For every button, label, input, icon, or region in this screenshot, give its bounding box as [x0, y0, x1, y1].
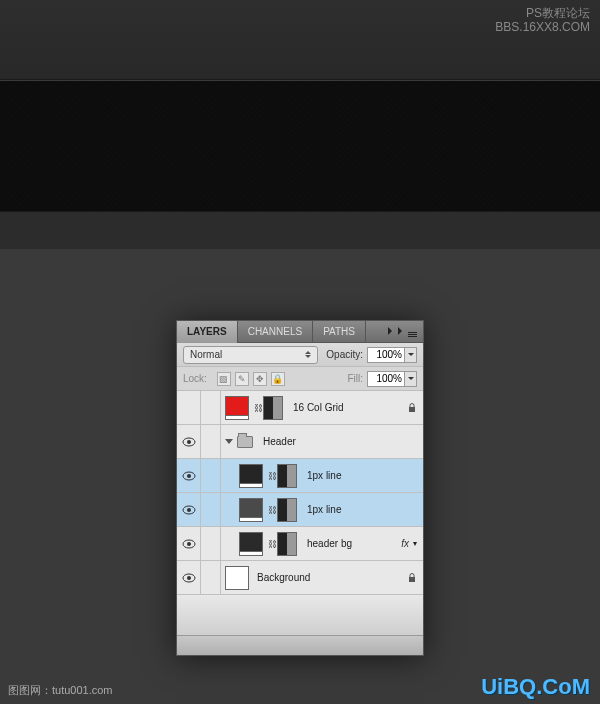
svg-rect-2 — [409, 407, 415, 412]
visibility-toggle[interactable] — [177, 459, 201, 493]
tab-channels[interactable]: CHANNELS — [238, 321, 313, 343]
layer-thumb — [239, 532, 263, 556]
link-icon[interactable]: ⛓ — [253, 403, 263, 413]
lock-position-icon[interactable]: ✥ — [253, 372, 267, 386]
watermark-bottom-right: UiBQ.CoM — [481, 674, 590, 700]
link-column — [201, 391, 221, 425]
layer-thumb — [225, 396, 249, 420]
link-icon[interactable]: ⛓ — [267, 539, 277, 549]
svg-point-12 — [187, 576, 191, 580]
panel-footer — [177, 635, 423, 655]
visibility-toggle[interactable] — [177, 527, 201, 561]
layer-mask-thumb — [277, 464, 297, 488]
layer-mask-thumb — [277, 532, 297, 556]
link-column — [201, 425, 221, 459]
link-column — [201, 493, 221, 527]
layer-name[interactable]: Background — [253, 572, 407, 583]
link-column — [201, 561, 221, 595]
lock-transparency-icon[interactable]: ▧ — [217, 372, 231, 386]
watermark-bottom-left: 图图网：tutu001.com — [8, 683, 113, 698]
layer-mask-thumb — [277, 498, 297, 522]
layer-name[interactable]: 1px line — [303, 470, 423, 481]
layer-row[interactable]: ⛓header bgfx▾ — [177, 527, 423, 561]
svg-point-6 — [187, 474, 191, 478]
tab-paths[interactable]: PATHS — [313, 321, 366, 343]
svg-rect-13 — [409, 577, 415, 582]
link-icon[interactable]: ⛓ — [267, 471, 277, 481]
lock-pixels-icon[interactable]: ✎ — [235, 372, 249, 386]
visibility-toggle[interactable] — [177, 391, 201, 425]
layer-row[interactable]: Header — [177, 425, 423, 459]
lock-fill-row: Lock: ▧ ✎ ✥ 🔒 Fill: — [177, 367, 423, 391]
visibility-toggle[interactable] — [177, 493, 201, 527]
blend-mode-value: Normal — [190, 349, 222, 360]
layers-panel: LAYERS CHANNELS PATHS Normal Opacity: Lo… — [176, 320, 424, 656]
layer-name[interactable]: 1px line — [303, 504, 423, 515]
fill-label: Fill: — [347, 373, 363, 384]
opacity-dropdown-icon[interactable] — [405, 347, 417, 363]
svg-point-4 — [187, 440, 191, 444]
link-column — [201, 527, 221, 561]
panel-tabbar: LAYERS CHANNELS PATHS — [177, 321, 423, 343]
header-noise-band — [0, 81, 600, 211]
fill-dropdown-icon[interactable] — [405, 371, 417, 387]
opacity-label: Opacity: — [326, 349, 363, 360]
layer-row[interactable]: Background — [177, 561, 423, 595]
opacity-input[interactable] — [367, 347, 405, 363]
link-column — [201, 459, 221, 493]
expand-icon-2[interactable] — [398, 327, 402, 335]
watermark-top: PS教程论坛 BBS.16XX8.COM — [495, 6, 590, 34]
folder-icon — [237, 436, 253, 448]
layers-empty-space — [177, 595, 423, 635]
layer-name[interactable]: header bg — [303, 538, 401, 549]
lock-icon — [407, 573, 417, 583]
layer-thumb — [225, 566, 249, 590]
visibility-toggle[interactable] — [177, 561, 201, 595]
blend-mode-select[interactable]: Normal — [183, 346, 318, 364]
layer-name[interactable]: Header — [259, 436, 423, 447]
header-dark-bar-2 — [0, 211, 600, 249]
layer-row[interactable]: ⛓16 Col Grid — [177, 391, 423, 425]
layer-mask-thumb — [263, 396, 283, 420]
layer-thumb — [239, 464, 263, 488]
expand-icon[interactable] — [388, 327, 392, 335]
layer-name[interactable]: 16 Col Grid — [289, 402, 407, 413]
layer-row[interactable]: ⛓1px line — [177, 493, 423, 527]
visibility-toggle[interactable] — [177, 425, 201, 459]
svg-point-8 — [187, 508, 191, 512]
svg-point-10 — [187, 542, 191, 546]
layers-list: ⛓16 Col GridHeader⛓1px line⛓1px line⛓hea… — [177, 391, 423, 595]
fill-input[interactable] — [367, 371, 405, 387]
fx-icon[interactable]: fx — [401, 538, 409, 549]
watermark-line2: BBS.16XX8.COM — [495, 20, 590, 34]
layer-thumb — [239, 498, 263, 522]
tab-layers[interactable]: LAYERS — [177, 321, 238, 343]
blend-opacity-row: Normal Opacity: — [177, 343, 423, 367]
link-icon[interactable]: ⛓ — [267, 505, 277, 515]
panel-menu-icon[interactable] — [408, 332, 417, 337]
watermark-line1: PS教程论坛 — [495, 6, 590, 20]
layer-row[interactable]: ⛓1px line — [177, 459, 423, 493]
lock-all-icon[interactable]: 🔒 — [271, 372, 285, 386]
lock-icon — [407, 403, 417, 413]
group-collapse-icon[interactable] — [225, 439, 233, 444]
lock-label: Lock: — [183, 373, 207, 384]
